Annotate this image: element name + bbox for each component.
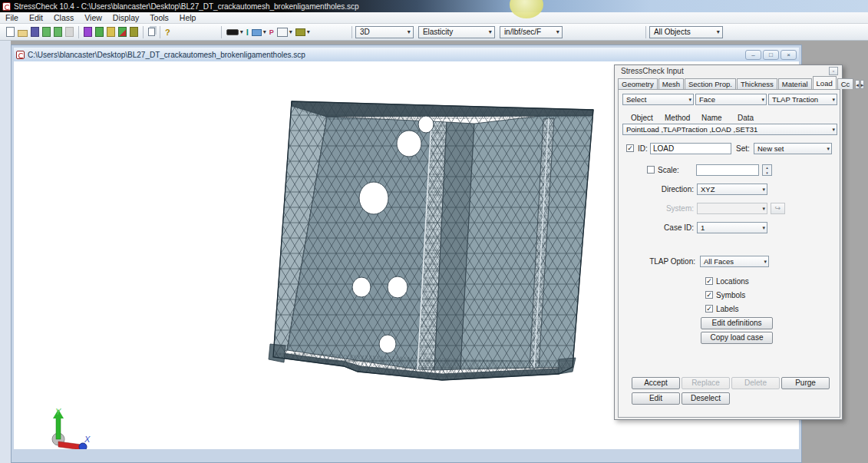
text-tool-icon[interactable]: I: [245, 25, 250, 39]
import-icon[interactable]: [41, 25, 52, 39]
chevron-down-icon: ▾: [764, 259, 767, 265]
id-checkbox[interactable]: ✓: [626, 144, 634, 152]
chevron-down-icon: ▾: [761, 97, 764, 103]
tab-load[interactable]: Load: [813, 76, 837, 89]
direction-label: Direction:: [619, 185, 694, 193]
edit-button[interactable]: Edit: [632, 392, 680, 405]
document-title: C:\Users\blancaster\Desktop\BL27_DT_crac…: [28, 51, 744, 59]
tab-constraint-partial[interactable]: Cc: [837, 78, 854, 89]
mesh-model: [253, 84, 606, 407]
copy-icon[interactable]: [147, 25, 157, 39]
plot-dropdown[interactable]: ▾: [276, 25, 294, 39]
menu-edit[interactable]: Edit: [24, 13, 48, 22]
menu-class[interactable]: Class: [48, 13, 79, 22]
system-label: System:: [619, 204, 694, 213]
app-logo-icon: [2, 2, 11, 11]
chevron-down-icon: ▾: [408, 28, 411, 35]
dimension-combo[interactable]: 3D▾: [355, 26, 414, 38]
tab-mesh[interactable]: Mesh: [658, 78, 684, 89]
system-combo: ▾: [697, 203, 767, 214]
system-pick-button: ↪: [771, 203, 785, 214]
tab-section-prop[interactable]: Section Prop.: [685, 78, 736, 89]
record-combo[interactable]: PointLoad ,TLAPTraction ,LOAD ,SET31▾: [622, 124, 837, 135]
scale-label: Scale:: [658, 166, 679, 174]
chevron-down-icon: ▾: [827, 146, 830, 152]
purge-button[interactable]: Purge: [781, 377, 830, 389]
spinner-up-icon: ▴: [763, 165, 771, 170]
class-yellow-icon[interactable]: [105, 25, 117, 39]
direction-combo[interactable]: XYZ▾: [697, 184, 767, 195]
chevron-down-icon: ▾: [762, 225, 765, 231]
menu-file[interactable]: File: [0, 13, 24, 22]
layers-dropdown[interactable]: ▾: [250, 25, 268, 39]
symbols-checkbox[interactable]: ✓: [705, 291, 713, 299]
menu-view[interactable]: View: [79, 13, 107, 22]
symbols-label: Symbols: [716, 291, 745, 299]
scale-spinner[interactable]: ▴▾: [762, 164, 772, 176]
id-input[interactable]: [650, 143, 731, 154]
tlap-option-label: TLAP Option:: [619, 257, 695, 266]
id-label: ID:: [638, 144, 648, 153]
capture-dropdown[interactable]: ▾: [294, 25, 312, 39]
minimize-button[interactable]: –: [745, 50, 761, 60]
tab-geometry[interactable]: Geometry: [618, 78, 658, 89]
tab-thickness[interactable]: Thickness: [737, 78, 777, 89]
select-mode-combo[interactable]: Select▾: [622, 94, 694, 105]
entity-combo[interactable]: Face▾: [695, 94, 767, 105]
copy-load-case-button[interactable]: Copy load case: [701, 332, 773, 344]
help-icon[interactable]: ?: [163, 25, 172, 39]
labels-label: Labels: [716, 305, 738, 313]
menubar: File Edit Class View Display Tools Help: [0, 12, 868, 24]
panel-pin-button[interactable]: ▫: [829, 67, 838, 75]
menu-tools[interactable]: Tools: [144, 13, 174, 22]
stresscheck-input-panel: StressCheck Input ▫ Geometry Mesh Sectio…: [614, 64, 843, 420]
new-document-icon[interactable]: [5, 25, 16, 39]
close-button[interactable]: ×: [781, 50, 797, 60]
tab-scroll-left-icon[interactable]: ◂: [855, 80, 860, 89]
chevron-down-icon: ▾: [762, 187, 765, 193]
scale-checkbox[interactable]: [647, 166, 655, 174]
record-header-name: Name: [701, 114, 722, 122]
objects-combo[interactable]: All Objects▾: [649, 26, 723, 38]
toolbar: ? ▾ I ▾ P ▾ ▾ 3D▾ Elasticity▾ in/lbf/sec…: [0, 24, 868, 41]
class-purple-icon[interactable]: [82, 25, 94, 39]
app-title: StressCheck 10.4 - C:\Users\blancaster\D…: [14, 2, 359, 11]
edit-definitions-button[interactable]: Edit definitions: [701, 317, 773, 329]
delete-button: Delete: [731, 377, 780, 389]
menu-help[interactable]: Help: [174, 13, 202, 22]
case-id-combo[interactable]: 1▾: [697, 222, 767, 233]
open-folder-icon[interactable]: [16, 25, 29, 39]
case-id-label: Case ID:: [619, 223, 694, 232]
units-combo[interactable]: in/lbf/sec/F▾: [500, 26, 563, 38]
record-header-method: Method: [665, 114, 690, 122]
document-icon: [16, 51, 25, 59]
menu-display[interactable]: Display: [107, 13, 144, 22]
points-tool-icon[interactable]: P: [268, 25, 276, 39]
analysis-combo[interactable]: Elasticity▾: [418, 26, 495, 38]
scale-input[interactable]: [696, 164, 759, 176]
set-combo[interactable]: New set▾: [754, 143, 832, 154]
deselect-button[interactable]: Deselect: [682, 392, 730, 405]
chevron-down-icon: ▾: [489, 28, 492, 35]
tlap-option-combo[interactable]: All Faces▾: [700, 256, 769, 267]
restore-button[interactable]: □: [763, 50, 779, 60]
chevron-down-icon: ▾: [688, 97, 691, 103]
spinner-down-icon: ▾: [763, 170, 771, 176]
print-icon[interactable]: [64, 25, 75, 39]
app-titlebar[interactable]: StressCheck 10.4 - C:\Users\blancaster\D…: [0, 0, 868, 12]
accept-button[interactable]: Accept: [632, 377, 680, 389]
class-olive-icon[interactable]: [128, 25, 140, 39]
method-combo[interactable]: TLAP Traction▾: [768, 94, 837, 105]
color-swatch-dropdown[interactable]: ▾: [225, 25, 245, 39]
record-header-data: Data: [738, 114, 754, 122]
tab-scroll-right-icon[interactable]: ▸: [860, 80, 865, 89]
class-green-red-icon[interactable]: [117, 25, 128, 39]
tab-material[interactable]: Material: [778, 78, 812, 89]
locations-checkbox[interactable]: ✓: [705, 277, 713, 285]
save-icon[interactable]: [29, 25, 41, 39]
class-green-icon[interactable]: [94, 25, 105, 39]
labels-checkbox[interactable]: ✓: [705, 305, 713, 313]
y-axis-label: Y: [55, 407, 61, 416]
model-window-titlebar[interactable]: C:\Users\blancaster\Desktop\BL27_DT_crac…: [14, 48, 799, 61]
export-icon[interactable]: [52, 25, 64, 39]
